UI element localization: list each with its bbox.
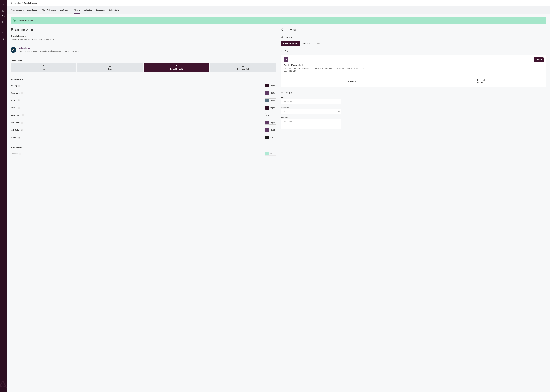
metric-instances-label: Instances: [348, 80, 356, 82]
brand-colors-heading: Brand colors: [11, 78, 276, 81]
theme-mode-embedded-dark[interactable]: Embedded Dark: [210, 63, 276, 72]
color-primary-label: Primary: [11, 84, 17, 87]
svg-point-17: [12, 29, 12, 29]
theme-mode-light[interactable]: Light: [11, 63, 76, 72]
default-button[interactable]: Default: [316, 42, 325, 44]
preview-card: C1 Button Card - Example 1 Lorem ipsum d…: [281, 55, 546, 87]
info-icon[interactable]: i: [18, 85, 20, 87]
color-other01-input[interactable]: #191818: [265, 136, 276, 140]
svg-rect-7: [2, 22, 3, 22]
card-button[interactable]: Button: [534, 57, 544, 62]
form-multiline-input[interactable]: [281, 119, 341, 129]
svg-rect-3: [2, 15, 3, 16]
theme-mode-embedded-light[interactable]: Embedded Light: [144, 63, 209, 72]
card-icon: [281, 50, 284, 53]
upload-logo-link[interactable]: Upload Logo: [19, 47, 79, 49]
svg-point-53: [338, 111, 339, 112]
preview-heading: Preview: [285, 28, 296, 32]
color-icon-input[interactable]: rgb(95, …: [265, 121, 276, 125]
svg-rect-4: [4, 16, 5, 17]
theme-mode-embedded-dark-label: Embedded Dark: [237, 68, 249, 70]
color-link-input[interactable]: rgb(95, …: [265, 128, 276, 132]
divider: [11, 76, 276, 76]
svg-rect-5: [2, 21, 3, 21]
info-icon[interactable]: i: [21, 122, 22, 124]
form-password-label: Password: [281, 106, 546, 108]
tab-embedded[interactable]: Embedded: [96, 6, 105, 14]
info-icon[interactable]: i: [19, 137, 21, 139]
color-icon-label: Icon Color: [11, 122, 20, 124]
brand-elements-desc: Customize how your company appears acros…: [11, 38, 276, 40]
integrations-icon[interactable]: [0, 14, 7, 19]
arrow-right-icon: [323, 42, 325, 44]
color-link-label: Link Color: [11, 129, 20, 131]
components-icon[interactable]: [0, 19, 7, 24]
form-password-input[interactable]: [281, 109, 341, 114]
theme-mode-label: Theme mode: [11, 59, 276, 61]
tab-log-streams[interactable]: Log Streams: [60, 6, 71, 14]
logs-icon[interactable]: [0, 36, 7, 41]
info-icon[interactable]: i: [18, 107, 20, 109]
breadcrumb-organization[interactable]: Organization: [11, 2, 21, 4]
tab-alert-groups[interactable]: Alert Groups: [27, 6, 38, 14]
metric-triggered-label: TriggeredMonitor: [477, 79, 485, 83]
info-icon[interactable]: i: [19, 153, 21, 155]
breadcrumb: Organization / Progix Rockets: [7, 0, 550, 6]
color-other01-label: Other01: [11, 136, 17, 139]
svg-line-27: [43, 66, 43, 67]
theme-mode-embedded-light-label: Embedded Light: [170, 68, 182, 70]
tab-subscription[interactable]: Subscription: [109, 6, 120, 14]
brand-elements-heading: Brand elements: [11, 35, 276, 37]
customers-icon[interactable]: [0, 25, 7, 30]
cards-heading: Cards: [285, 50, 291, 53]
svg-rect-38: [282, 36, 283, 37]
theme-mode-light-label: Light: [42, 68, 45, 70]
home-icon[interactable]: [0, 8, 7, 13]
marketplace-icon[interactable]: [0, 31, 7, 35]
info-icon[interactable]: i: [22, 114, 24, 116]
svg-point-9: [3, 27, 4, 27]
card-title: Card - Example 1: [284, 64, 544, 67]
alert-colors-heading: Alert colors: [11, 147, 276, 149]
primary-button[interactable]: Primary: [303, 42, 313, 44]
divider: [11, 56, 276, 57]
svg-rect-48: [334, 111, 336, 112]
logo-avatar[interactable]: [11, 47, 16, 53]
color-secondary-input[interactable]: rgb(95, …: [265, 91, 276, 95]
keyboard-icon[interactable]: [334, 110, 336, 113]
eye-icon: [281, 28, 284, 32]
tab-theme[interactable]: Theme: [74, 6, 80, 14]
breadcrumb-current: Progix Rockets: [24, 2, 37, 4]
theme-mode-dark-label: Dark: [108, 68, 112, 70]
brand-logo-icon: [0, 380, 7, 389]
color-background-input[interactable]: #F7F8F9: [265, 113, 276, 117]
info-icon[interactable]: i: [18, 99, 20, 101]
add-new-button[interactable]: Add New Button: [281, 41, 300, 46]
menu-icon[interactable]: [0, 1, 7, 6]
breadcrumb-separator: /: [22, 2, 23, 4]
tab-utilization[interactable]: Utilization: [84, 6, 92, 14]
palette-icon: [11, 28, 14, 32]
metric-triggered-count: 5: [474, 79, 475, 83]
svg-point-10: [4, 27, 4, 27]
eye-toggle-icon[interactable]: [338, 110, 340, 113]
svg-line-25: [44, 66, 44, 67]
info-icon[interactable]: i: [21, 129, 22, 131]
card-external-id: External ID: 123456: [284, 70, 544, 72]
color-primary-input[interactable]: rgb(44, …: [265, 84, 276, 87]
color-success-input[interactable]: #2FCF95: [265, 152, 276, 155]
tab-alert-webhooks[interactable]: Alert Webhooks: [42, 6, 56, 14]
svg-rect-6: [4, 21, 4, 21]
form-text-input[interactable]: [281, 99, 341, 104]
svg-point-28: [176, 65, 177, 66]
card-desc: Lorem ipsum dolor sit amet consectetur a…: [284, 68, 544, 70]
tab-team-members[interactable]: Team Members: [11, 6, 24, 14]
theme-mode-dark[interactable]: Dark: [77, 63, 143, 72]
arrow-right-icon: [311, 42, 313, 44]
list-icon: [281, 91, 284, 94]
info-icon[interactable]: i: [21, 92, 23, 94]
check-circle-icon: [13, 19, 16, 22]
app-sidebar: [0, 0, 7, 392]
color-accent-input[interactable]: rgb(86, …: [265, 98, 276, 102]
color-sidebar-input[interactable]: rgb(44, …: [265, 106, 276, 110]
